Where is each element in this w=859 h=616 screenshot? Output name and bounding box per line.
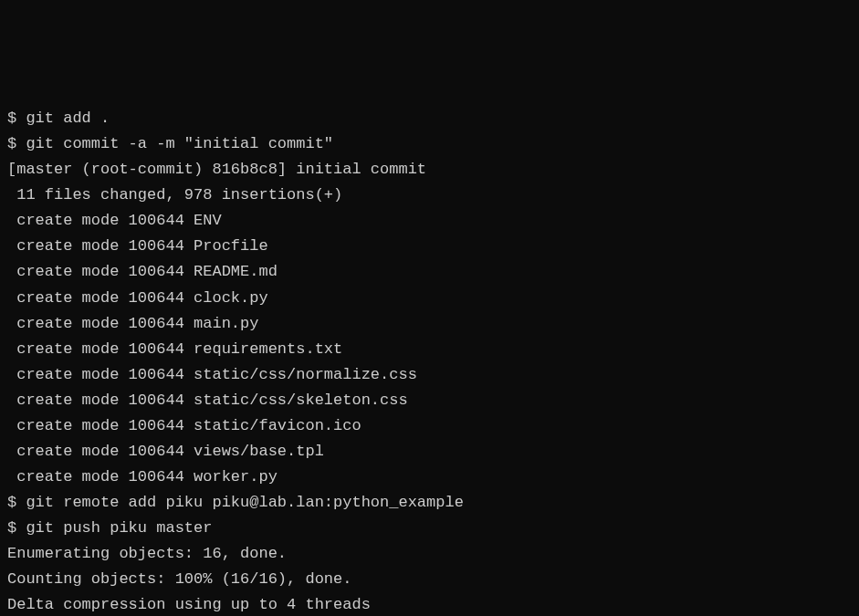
terminal-line: create mode 100644 requirements.txt [7, 337, 852, 362]
terminal-line: create mode 100644 README.md [7, 259, 852, 285]
terminal-line: Counting objects: 100% (16/16), done. [7, 567, 852, 592]
terminal-line: [master (root-commit) 816b8c8] initial c… [7, 157, 852, 183]
terminal-line: create mode 100644 Procfile [7, 234, 852, 259]
terminal-line: create mode 100644 main.py [7, 311, 852, 337]
terminal-line: $ git add . [7, 106, 852, 131]
terminal-line: 11 files changed, 978 insertions(+) [7, 183, 852, 208]
terminal-line: $ git commit -a -m "initial commit" [7, 131, 852, 157]
terminal-line: Delta compression using up to 4 threads [7, 592, 852, 616]
terminal-line: create mode 100644 static/css/skeleton.c… [7, 388, 852, 413]
terminal-line: Enumerating objects: 16, done. [7, 541, 852, 567]
terminal-line: create mode 100644 static/favicon.ico [7, 413, 852, 439]
terminal-output: $ git add .$ git commit -a -m "initial c… [7, 106, 852, 616]
terminal-line: create mode 100644 static/css/normalize.… [7, 362, 852, 388]
terminal-line: create mode 100644 worker.py [7, 465, 852, 490]
terminal-line: create mode 100644 views/base.tpl [7, 439, 852, 465]
terminal-line: $ git push piku master [7, 516, 852, 541]
terminal-line: create mode 100644 ENV [7, 208, 852, 234]
terminal-line: create mode 100644 clock.py [7, 286, 852, 311]
terminal-line: $ git remote add piku piku@lab.lan:pytho… [7, 490, 852, 516]
